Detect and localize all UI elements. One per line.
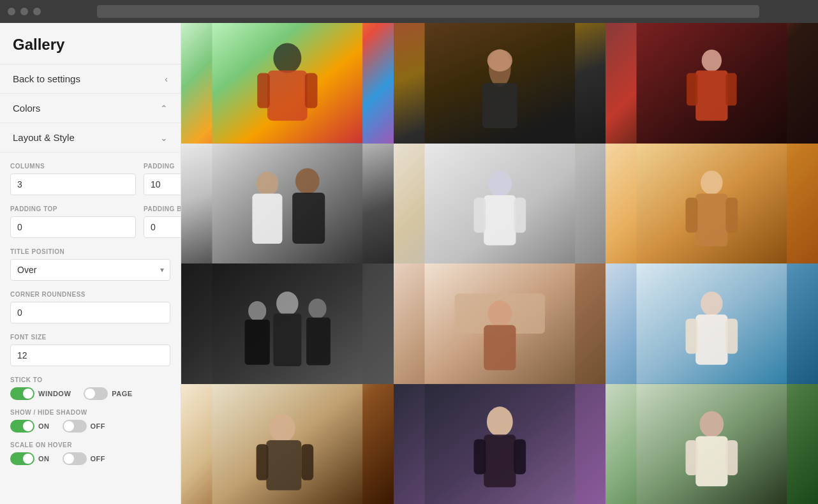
scale-hover-label: SCALE ON HOVER [10, 441, 170, 448]
scale-off-toggle[interactable] [63, 452, 87, 465]
layout-style-nav-item[interactable]: Layout & Style ⌄ [0, 123, 181, 152]
stick-to-window-toggle[interactable] [10, 387, 34, 400]
back-chevron-icon: ‹ [165, 74, 168, 84]
stick-to-window-option[interactable]: WINDOW [10, 387, 71, 400]
gallery-item[interactable] [394, 384, 606, 505]
gallery-item[interactable] [394, 23, 606, 144]
scale-off-option[interactable]: OFF [63, 452, 106, 465]
back-to-settings-item[interactable]: Back to settings ‹ [0, 64, 181, 94]
svg-rect-33 [273, 314, 301, 366]
gallery-item[interactable] [394, 144, 606, 264]
padding-input[interactable] [144, 174, 181, 195]
svg-rect-47 [266, 440, 301, 490]
svg-rect-26 [696, 193, 728, 246]
gallery-grid [181, 23, 818, 504]
svg-rect-18 [292, 192, 325, 243]
scale-hover-row: ON OFF [10, 452, 170, 465]
title-position-group: TITLE POSITION Over Below Above ▾ [10, 248, 170, 281]
shadow-on-toggle[interactable] [10, 420, 34, 433]
gallery-item[interactable] [181, 384, 394, 505]
titlebar [0, 0, 818, 23]
svg-rect-58 [686, 440, 698, 475]
gallery-item[interactable] [606, 23, 818, 144]
svg-rect-14 [212, 144, 363, 264]
sidebar: Gallery Back to settings ‹ Colors ⌃ Layo… [0, 23, 181, 504]
svg-rect-43 [686, 318, 698, 353]
svg-rect-48 [257, 444, 269, 480]
svg-point-20 [487, 170, 512, 196]
columns-group: COLUMNS [10, 163, 136, 195]
layout-style-chevron-icon: ⌄ [160, 133, 168, 143]
svg-rect-4 [305, 73, 318, 108]
padding-bottom-label: PADDING BOTTOM [144, 205, 181, 212]
gallery-item[interactable] [181, 144, 394, 264]
gallery-item[interactable] [606, 384, 818, 505]
svg-point-30 [248, 301, 266, 321]
padding-top-group: PADDING TOP [10, 205, 136, 238]
columns-input[interactable] [10, 174, 136, 195]
svg-rect-39 [484, 325, 516, 371]
svg-rect-35 [306, 318, 331, 366]
scale-hover-section: SCALE ON HOVER ON OFF [10, 441, 170, 465]
colors-chevron-icon: ⌃ [160, 103, 168, 114]
corner-roundness-input[interactable] [10, 302, 170, 323]
padding-label: PADDING [144, 163, 181, 170]
padding-top-input[interactable] [10, 216, 136, 238]
layout-style-label: Layout & Style [13, 132, 75, 143]
gallery-item[interactable] [606, 144, 818, 264]
svg-rect-12 [687, 73, 697, 106]
shadow-on-option[interactable]: ON [10, 420, 50, 433]
svg-point-51 [487, 406, 513, 436]
titlebar-dot-red[interactable] [8, 8, 15, 15]
stick-to-window-label: WINDOW [38, 390, 71, 397]
titlebar-dot-yellow[interactable] [20, 8, 28, 15]
scale-on-option[interactable]: ON [10, 452, 50, 465]
colors-nav-item[interactable]: Colors ⌃ [0, 94, 181, 123]
title-position-select[interactable]: Over Below Above [10, 259, 170, 281]
svg-point-8 [487, 50, 512, 72]
svg-rect-23 [514, 197, 526, 232]
stick-to-label: STICK TO [10, 376, 170, 383]
gallery-item[interactable] [394, 263, 606, 384]
title-position-select-wrapper: Over Below Above ▾ [10, 259, 170, 281]
svg-rect-2 [267, 71, 308, 121]
gallery-item[interactable] [181, 23, 394, 144]
svg-rect-11 [696, 71, 728, 121]
font-size-input[interactable] [10, 345, 170, 366]
svg-point-1 [273, 43, 301, 73]
svg-rect-21 [484, 195, 516, 245]
svg-rect-31 [245, 320, 270, 365]
svg-rect-44 [726, 318, 738, 353]
shadow-off-toggle[interactable] [63, 420, 87, 433]
svg-point-32 [276, 292, 299, 316]
svg-point-10 [702, 50, 722, 72]
shadow-label: SHOW / HIDE SHADOW [10, 409, 170, 416]
padding-bottom-input[interactable] [144, 216, 181, 238]
gallery-item[interactable] [181, 263, 394, 384]
svg-rect-42 [696, 315, 728, 365]
stick-to-page-toggle[interactable] [84, 387, 108, 400]
gallery-item[interactable] [606, 263, 818, 384]
svg-point-34 [308, 299, 326, 318]
stick-to-page-option[interactable]: PAGE [84, 387, 132, 400]
shadow-off-label: OFF [91, 422, 106, 430]
columns-padding-row: COLUMNS PADDING [10, 163, 170, 195]
shadow-off-option[interactable]: OFF [63, 420, 106, 433]
svg-point-56 [700, 411, 724, 437]
svg-rect-7 [482, 83, 517, 128]
scale-on-label: ON [38, 455, 50, 463]
stick-to-row: WINDOW PAGE [10, 387, 170, 400]
svg-rect-49 [301, 444, 313, 480]
scale-on-toggle[interactable] [10, 452, 34, 465]
stick-to-page-label: PAGE [112, 390, 132, 397]
titlebar-url-bar[interactable] [97, 5, 759, 18]
svg-rect-16 [252, 193, 282, 244]
svg-rect-59 [726, 440, 738, 475]
svg-point-46 [269, 414, 295, 442]
svg-point-17 [295, 168, 320, 194]
font-size-group: FONT SIZE [10, 334, 170, 366]
layout-style-section: COLUMNS PADDING PADDING TOP PADDING BOTT… [0, 152, 181, 479]
titlebar-dot-green[interactable] [33, 8, 41, 15]
corner-roundness-group: CORNER ROUNDNESS [10, 291, 170, 323]
svg-rect-52 [484, 434, 516, 487]
